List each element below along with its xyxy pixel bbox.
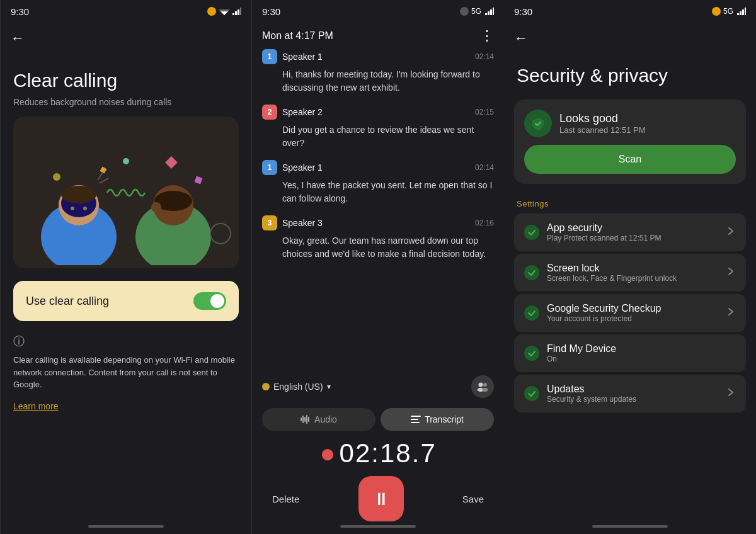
- setting-app-security[interactable]: App security Play Protect scanned at 12:…: [514, 213, 746, 251]
- delete-button[interactable]: Delete: [272, 494, 299, 504]
- setting-find-my-device[interactable]: Find My Device On: [514, 334, 746, 372]
- timer-value: ●02:18.7: [319, 438, 437, 468]
- info-text: Clear calling is available depending on …: [13, 354, 239, 391]
- find-my-device-title: Find My Device: [547, 343, 736, 355]
- speaker-badge-1: 1: [262, 49, 277, 64]
- screen-lock-text: Screen lock Screen lock, Face & Fingerpr…: [547, 263, 718, 283]
- message-block-4: 3 Speaker 3 02:16 Okay, great. Our team …: [262, 215, 494, 261]
- clear-calling-illustration: [13, 117, 239, 268]
- more-options-icon[interactable]: ⋮: [480, 28, 494, 44]
- setting-screen-lock[interactable]: Screen lock Screen lock, Face & Fingerpr…: [514, 254, 746, 292]
- signal-icon-2: [485, 8, 494, 15]
- app-security-chevron: [726, 226, 736, 239]
- google-security-chevron: [726, 307, 736, 319]
- speaker-badge-4: 3: [262, 215, 277, 230]
- status-icons-2: 5G: [460, 7, 494, 16]
- looks-good-title: Looks good: [559, 112, 646, 125]
- info-section: ⓘ Clear calling is available depending o…: [1, 321, 251, 396]
- save-button[interactable]: Save: [462, 494, 484, 504]
- svg-point-20: [123, 158, 129, 164]
- svg-point-30: [479, 383, 483, 387]
- message-text-1: Hi, thanks for meeting today. I'm lookin…: [262, 68, 494, 94]
- tab-audio[interactable]: Audio: [262, 408, 375, 431]
- status-dot-1: [207, 7, 216, 16]
- pause-record-button[interactable]: ⏸: [358, 476, 404, 521]
- svg-rect-34: [301, 418, 302, 421]
- find-my-device-check: [524, 346, 539, 361]
- svg-rect-27: [488, 11, 490, 15]
- svg-rect-29: [493, 8, 494, 15]
- check-icon-3: [527, 309, 536, 317]
- app-security-title: App security: [547, 222, 718, 234]
- status-bar-1: 9:30: [1, 0, 251, 23]
- use-clear-calling-row[interactable]: Use clear calling: [13, 281, 239, 321]
- tab-transcript[interactable]: Transcript: [381, 408, 494, 431]
- check-icon-2: [527, 268, 536, 277]
- tab-audio-label: Audio: [314, 414, 337, 424]
- message-text-4: Okay, great. Our team has narrowed down …: [262, 234, 494, 261]
- setting-google-security[interactable]: Google Security Checkup Your account is …: [514, 294, 746, 332]
- speaker-name-3: Speaker 1: [282, 162, 323, 173]
- svg-point-33: [483, 388, 488, 392]
- recording-controls: Delete ⏸ Save: [252, 471, 504, 534]
- status-dot-2: [460, 7, 469, 16]
- back-button-3[interactable]: ←: [504, 23, 756, 54]
- 5g-label-3: 5G: [723, 7, 733, 16]
- speaker-time-2: 02:15: [475, 108, 494, 116]
- svg-marker-2: [221, 12, 227, 15]
- scan-button[interactable]: Scan: [524, 145, 736, 174]
- recording-time-label: Mon at 4:17 PM: [262, 30, 333, 42]
- page-subtitle-1: Reduces background noises during calls: [1, 97, 251, 117]
- svg-point-13: [83, 207, 87, 210]
- svg-point-17: [151, 202, 161, 212]
- message-text-3: Yes, I have the packet you sent. Let me …: [262, 179, 494, 205]
- green-shield-icon: [524, 110, 552, 137]
- language-selector[interactable]: English (US) ▾: [262, 382, 331, 392]
- lang-dot: [262, 383, 270, 390]
- language-label: English (US): [273, 382, 323, 392]
- learn-more-link[interactable]: Learn more: [1, 396, 251, 411]
- use-clear-calling-label: Use clear calling: [26, 295, 109, 308]
- svg-rect-41: [411, 422, 420, 423]
- svg-rect-45: [745, 8, 746, 15]
- app-security-check: [524, 225, 539, 240]
- tab-bar: Audio Transcript: [252, 403, 504, 436]
- people-icon: [476, 382, 489, 392]
- svg-point-12: [71, 207, 74, 210]
- status-dot-3: [712, 7, 721, 16]
- svg-rect-6: [240, 8, 241, 15]
- svg-rect-36: [304, 417, 306, 422]
- message-block-3: 1 Speaker 1 02:14 Yes, I have the packet…: [262, 160, 494, 205]
- find-my-device-text: Find My Device On: [547, 343, 736, 363]
- svg-rect-40: [411, 419, 418, 420]
- google-security-subtitle: Your account is protected: [547, 314, 718, 323]
- svg-point-22: [53, 173, 60, 181]
- looks-good-card: Looks good Last scanned 12:51 PM Scan: [514, 99, 746, 184]
- signal-icon-3: [737, 8, 746, 15]
- page-title-3: Security & privacy: [504, 54, 756, 99]
- clear-calling-toggle[interactable]: [193, 292, 226, 310]
- wifi-icon: [219, 8, 230, 15]
- check-icon-4: [527, 349, 536, 358]
- 5g-label: 5G: [471, 7, 481, 16]
- svg-rect-38: [308, 417, 309, 422]
- transcript-icon: [411, 416, 421, 423]
- pause-icon: ⏸: [372, 489, 390, 509]
- google-security-check: [524, 305, 539, 321]
- home-indicator-3: [592, 525, 668, 528]
- screen-lock-chevron: [726, 266, 736, 279]
- speaker-name-1: Speaker 1: [282, 52, 323, 62]
- recorder-header: Mon at 4:17 PM ⋮: [252, 23, 504, 49]
- svg-rect-44: [742, 9, 744, 15]
- looks-good-subtitle: Last scanned 12:51 PM: [559, 125, 646, 135]
- setting-updates[interactable]: Updates Security & system updates: [514, 375, 746, 412]
- back-button-1[interactable]: ←: [1, 23, 251, 54]
- svg-rect-5: [238, 9, 239, 15]
- screen-lock-title: Screen lock: [547, 263, 718, 274]
- timer-display: ●02:18.7: [252, 436, 504, 471]
- info-icon: ⓘ: [13, 334, 239, 349]
- speaker-name-4: Speaker 3: [282, 218, 323, 228]
- screen-lock-check: [524, 265, 539, 280]
- recorder-panel: 9:30 5G Mon at 4:17 PM ⋮ 1 Speaker 1 02:…: [252, 0, 504, 534]
- people-button[interactable]: [471, 375, 494, 398]
